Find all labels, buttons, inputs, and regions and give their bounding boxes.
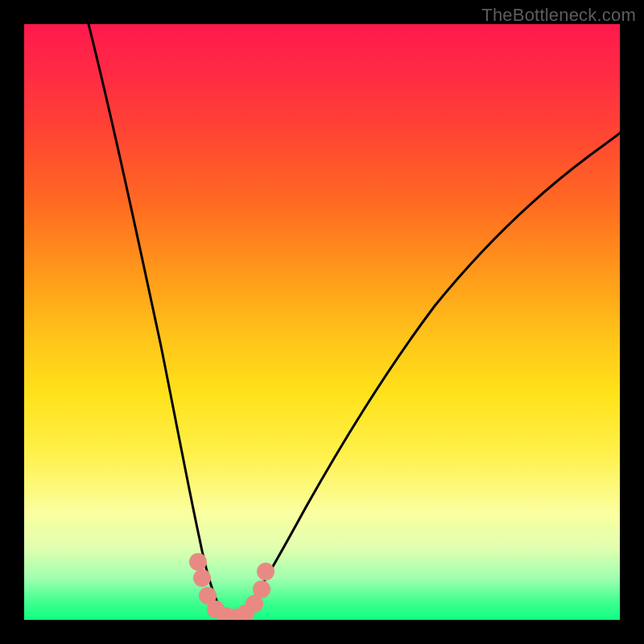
marker-dot [189,553,207,571]
curve-layer [24,24,620,620]
marker-group [189,553,275,620]
marker-dot [257,563,275,580]
plot-area [24,24,620,620]
right-curve [232,133,620,619]
left-curve [89,24,232,619]
marker-dot [193,569,211,587]
attribution-text: TheBottleneck.com [481,5,636,26]
chart-frame: TheBottleneck.com [0,0,644,644]
marker-dot [253,580,270,598]
